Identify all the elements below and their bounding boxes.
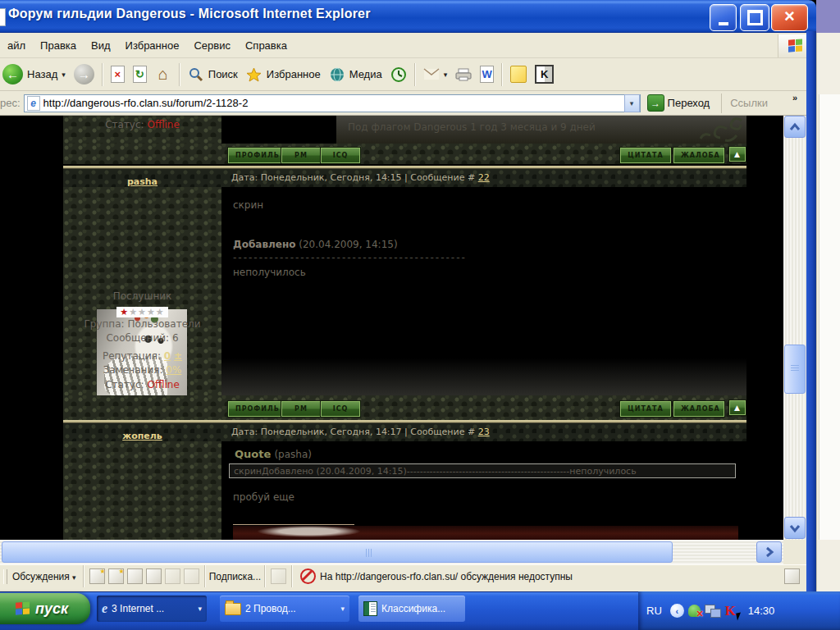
- post22-msg-number-link[interactable]: 22: [478, 172, 490, 183]
- vertical-scrollbar-track[interactable]: [783, 116, 806, 540]
- mail-dropdown-icon[interactable]: ▾: [444, 71, 448, 79]
- post23-msg-number-link[interactable]: 23: [478, 427, 490, 437]
- taskbar-item-explorer[interactable]: 2 Провод... ▾: [220, 596, 349, 622]
- tray-agent-icon[interactable]: ✕: [688, 605, 701, 617]
- edit-button[interactable]: W: [476, 64, 498, 84]
- toolbar-separator: [204, 565, 206, 588]
- expand-icon[interactable]: [271, 568, 286, 584]
- browser-viewport: Статус: Offline Под флагом Dangerous 1 г…: [0, 116, 783, 540]
- menu-help[interactable]: Справка: [245, 39, 287, 52]
- pm-button[interactable]: PM: [281, 400, 322, 418]
- address-dropdown-button[interactable]: ▾: [624, 94, 640, 112]
- start-button[interactable]: пуск: [0, 593, 90, 624]
- scroll-up-button[interactable]: [784, 116, 806, 138]
- menu-file[interactable]: айл: [7, 39, 25, 52]
- background-window-page: [819, 94, 840, 540]
- post23-author-link[interactable]: жопель: [122, 431, 162, 441]
- forward-button[interactable]: →: [70, 62, 98, 86]
- pm-button[interactable]: PM: [281, 147, 322, 164]
- scroll-right-button[interactable]: [756, 541, 782, 563]
- standard-toolbar: ← Назад ▾ → × ↻ ⌂ Поиск Избранное: [0, 58, 816, 91]
- language-indicator[interactable]: RU: [646, 605, 662, 617]
- profile-button[interactable]: ПРОФИЛЬ: [227, 147, 283, 164]
- task-group-dropdown-icon[interactable]: ▾: [198, 605, 202, 613]
- icq-button[interactable]: ICQ: [320, 147, 361, 164]
- history-clock-icon: [390, 66, 407, 83]
- favorites-button[interactable]: Избранное: [242, 65, 325, 84]
- print-button[interactable]: [451, 65, 476, 84]
- stop-button[interactable]: ×: [107, 64, 129, 84]
- address-input[interactable]: e http://dangerous-rfo.clan.su/forum/2-1…: [24, 94, 641, 112]
- task-group-dropdown-icon[interactable]: ▾: [340, 605, 345, 613]
- scroll-top-button[interactable]: ▲: [728, 146, 746, 162]
- links-bar[interactable]: Ссылки: [721, 94, 768, 113]
- taskbar-item-internet[interactable]: e 3 Internet ... ▾: [97, 596, 207, 622]
- post22-messages-count: Сообщений: 6: [63, 332, 221, 344]
- reputation-plusminus-link[interactable]: ±: [174, 350, 182, 362]
- next-discussion-icon[interactable]: [184, 568, 199, 584]
- notes-icon[interactable]: [784, 568, 800, 584]
- discussion-bar: Обсуждения ▾ ★ ★ Подписка... На http://d…: [0, 564, 806, 587]
- links-chevron-icon[interactable]: »: [792, 93, 797, 103]
- menu-view[interactable]: Вид: [91, 39, 111, 52]
- horizontal-scrollbar-thumb[interactable]: [2, 541, 673, 563]
- spark-icon: ★: [99, 568, 105, 575]
- remarks-value-link[interactable]: 0%: [166, 364, 181, 376]
- links-label: Ссылки: [730, 97, 768, 109]
- kaspersky-toolbar-button[interactable]: K: [531, 63, 558, 85]
- mail-button[interactable]: ▾: [419, 65, 452, 84]
- messenger-button[interactable]: [506, 64, 531, 84]
- toolbar-separator: [179, 63, 180, 86]
- subscribe-button[interactable]: Подписка...: [209, 571, 261, 582]
- address-url[interactable]: http://dangerous-rfo.clan.su/forum/2-112…: [43, 97, 624, 109]
- toolbar-grip[interactable]: [3, 569, 7, 584]
- back-button[interactable]: ← Назад ▾: [0, 62, 70, 86]
- discussion-icon[interactable]: [146, 568, 162, 584]
- favorites-label: Избранное: [267, 68, 321, 80]
- discussions-dropdown[interactable]: Обсуждения ▾: [12, 571, 76, 582]
- new-discussion-icon[interactable]: ★: [89, 568, 105, 584]
- back-dropdown-icon[interactable]: ▾: [62, 71, 66, 79]
- go-button[interactable]: → Переход: [647, 94, 710, 112]
- report-button[interactable]: ЖАЛОБА: [673, 147, 725, 164]
- search-button[interactable]: Поиск: [184, 65, 242, 84]
- media-button[interactable]: Медиа: [325, 65, 386, 84]
- history-button[interactable]: [386, 65, 411, 84]
- maximize-button[interactable]: [740, 4, 769, 31]
- tray-clock[interactable]: 14:30: [748, 605, 775, 617]
- menu-favorites[interactable]: Избранное: [126, 39, 180, 52]
- kaspersky-toolbar-icon: K: [535, 65, 554, 84]
- tray-collapse-button[interactable]: ‹: [670, 604, 684, 618]
- favorites-star-icon: [246, 66, 262, 83]
- ie-icon: e: [102, 601, 107, 616]
- window-titlebar[interactable]: Форум гильдии Dangerous - Microsoft Inte…: [0, 0, 816, 33]
- report-button[interactable]: ЖАЛОБА: [673, 400, 725, 418]
- vertical-scrollbar-thumb[interactable]: [784, 345, 806, 394]
- taskbar-item-excel[interactable]: Классифика...: [358, 596, 465, 622]
- quote-button[interactable]: ЦИТАТА: [619, 147, 672, 164]
- reputation-value-link[interactable]: 0: [164, 350, 171, 362]
- post23-body-cell: Quote (pasha) скринДобавлено (20.04.2009…: [221, 441, 746, 540]
- scroll-top-button[interactable]: ▲: [728, 399, 746, 416]
- post22-rating: ★★★★★: [63, 303, 221, 318]
- icq-button[interactable]: ICQ: [320, 400, 361, 418]
- signature-divider: [233, 524, 354, 525]
- menu-edit[interactable]: Правка: [40, 39, 76, 52]
- refresh-button[interactable]: ↻: [129, 64, 151, 84]
- remarks-label: Замечания:: [103, 364, 163, 376]
- minimize-button[interactable]: [710, 4, 737, 31]
- reply-discussion-icon[interactable]: ★: [108, 568, 124, 584]
- quote-button[interactable]: ЦИТАТА: [619, 400, 672, 418]
- home-button[interactable]: ⌂: [151, 65, 176, 84]
- tray-kaspersky-icon[interactable]: K: [725, 604, 740, 619]
- post22-author-link[interactable]: pasha: [127, 176, 158, 187]
- profile-button[interactable]: ПРОФИЛЬ: [227, 400, 283, 418]
- stop-icon: ×: [111, 66, 125, 83]
- tray-network-icon[interactable]: [705, 605, 721, 618]
- close-button[interactable]: ×: [771, 4, 808, 31]
- menu-tools[interactable]: Сервис: [194, 39, 231, 52]
- scroll-down-button[interactable]: [784, 517, 806, 539]
- prev-discussion-icon[interactable]: [165, 568, 180, 584]
- go-label: Переход: [668, 97, 710, 109]
- discussion-icon[interactable]: [127, 568, 143, 584]
